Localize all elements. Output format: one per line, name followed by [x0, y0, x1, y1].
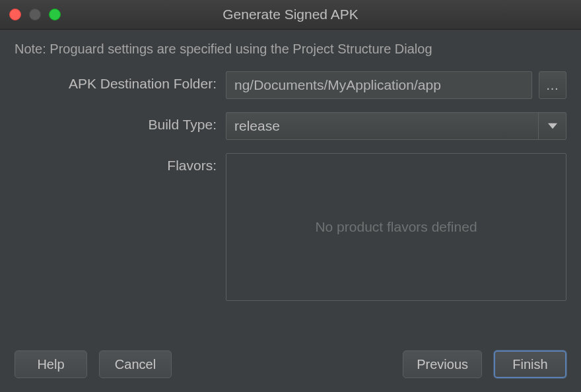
- finish-button[interactable]: Finish: [494, 350, 566, 378]
- apk-destination-input[interactable]: ng/Documents/MyApplication/app: [226, 71, 532, 99]
- titlebar: Generate Signed APK: [0, 0, 581, 30]
- button-bar: Help Cancel Previous Finish: [0, 337, 581, 392]
- form: APK Destination Folder: ng/Documents/MyA…: [15, 71, 566, 301]
- zoom-window-icon[interactable]: [49, 9, 61, 20]
- close-window-icon[interactable]: [9, 9, 21, 20]
- finish-button-label: Finish: [512, 357, 547, 372]
- previous-button[interactable]: Previous: [403, 350, 482, 378]
- flavors-label: Flavors:: [15, 153, 217, 174]
- build-type-select[interactable]: release: [226, 112, 566, 140]
- help-button[interactable]: Help: [15, 350, 87, 378]
- proguard-note: Note: Proguard settings are specified us…: [15, 42, 566, 57]
- dialog-window: Generate Signed APK Note: Proguard setti…: [0, 0, 581, 392]
- cancel-button-label: Cancel: [115, 357, 156, 372]
- help-button-label: Help: [37, 357, 64, 372]
- previous-button-label: Previous: [417, 357, 468, 372]
- cancel-button[interactable]: Cancel: [99, 350, 172, 378]
- window-controls: [0, 9, 61, 20]
- apk-destination-label: APK Destination Folder:: [15, 71, 217, 92]
- minimize-window-icon: [29, 9, 41, 20]
- build-type-selected-value: release: [234, 118, 280, 134]
- window-title: Generate Signed APK: [0, 7, 581, 22]
- apk-destination-value: ng/Documents/MyApplication/app: [234, 77, 441, 93]
- flavors-listbox[interactable]: No product flavors defined: [226, 153, 566, 301]
- build-type-row: release: [226, 112, 566, 140]
- dialog-content: Note: Proguard settings are specified us…: [0, 30, 581, 337]
- browse-button[interactable]: …: [539, 71, 566, 99]
- build-type-label: Build Type:: [15, 112, 217, 133]
- flavors-placeholder: No product flavors defined: [315, 219, 477, 235]
- ellipsis-icon: …: [546, 78, 560, 93]
- apk-destination-row: ng/Documents/MyApplication/app …: [226, 71, 566, 99]
